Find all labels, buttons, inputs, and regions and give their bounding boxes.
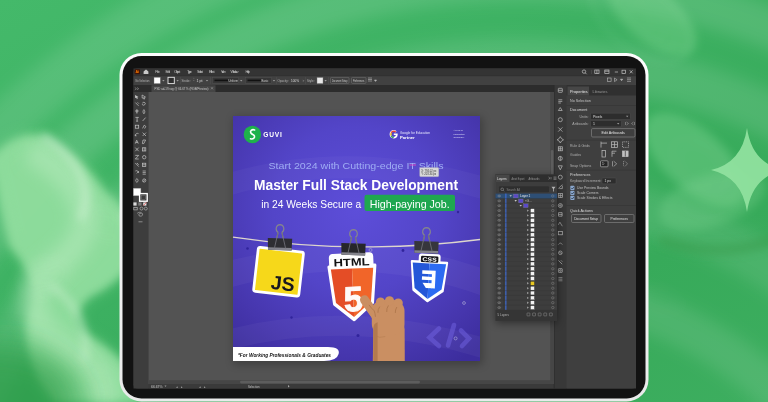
svg-text:Document Setup: Document Setup [332, 79, 348, 83]
svg-text:1 px: 1 px [605, 179, 612, 183]
svg-text:Document Setup: Document Setup [574, 217, 598, 221]
svg-text:Keyboard Increment:: Keyboard Increment: [570, 179, 602, 183]
svg-text:PSD ad-19.svg @ 66.67 % (RGB/P: PSD ad-19.svg @ 66.67 % (RGB/Preview) [155, 87, 209, 91]
svg-text:Select: Select [197, 70, 204, 74]
svg-text:1·: 1· [602, 162, 605, 166]
svg-text:Edit Artboards: Edit Artboards [602, 131, 625, 135]
svg-text:Rule & Grids: Rule & Grids [570, 144, 590, 148]
svg-text:Snap Options: Snap Options [570, 164, 591, 168]
svg-text:1: 1 [593, 122, 595, 126]
svg-text:X: 794.02 px: X: 794.02 px [421, 169, 437, 173]
svg-text:Basic: Basic [262, 79, 270, 83]
svg-text:Layers: Layers [497, 177, 507, 181]
svg-text:Libraries: Libraries [593, 89, 608, 94]
svg-text:Preferences: Preferences [570, 173, 591, 177]
svg-text:in 24 Weeks Secure a: in 24 Weeks Secure a [261, 198, 361, 210]
svg-text:Scale Strokes & Effects: Scale Strokes & Effects [577, 196, 613, 200]
svg-text:Object: Object [174, 70, 181, 74]
svg-text:<G...: <G... [525, 199, 532, 203]
svg-text:Ai: Ai [136, 70, 140, 74]
svg-text:Stroke:: Stroke: [182, 79, 191, 83]
svg-text:Quick Actions: Quick Actions [570, 209, 593, 213]
svg-text:Scale Corners: Scale Corners [577, 191, 599, 195]
svg-text:Artboards: Artboards [529, 177, 540, 181]
svg-text:Master Full Stack Development: Master Full Stack Development [254, 177, 458, 193]
svg-text:1 pt: 1 pt [197, 79, 203, 83]
svg-text:JS: JS [270, 271, 296, 296]
svg-text:Document: Document [570, 108, 588, 112]
svg-text:Partner: Partner [400, 135, 415, 140]
svg-text:GUVI: GUVI [263, 131, 282, 138]
svg-text:CSS: CSS [422, 256, 437, 263]
svg-text:Style:: Style: [307, 79, 315, 83]
svg-text:Company: Company [454, 136, 465, 139]
svg-text:Opacity:: Opacity: [278, 79, 289, 83]
svg-text:>: > [303, 79, 305, 83]
svg-text:Start 2024 with Cutting-edge I: Start 2024 with Cutting-edge IT Skills [269, 160, 444, 171]
svg-text:Window: Window [231, 70, 239, 74]
svg-text:Uniform: Uniform [229, 79, 239, 83]
svg-text:Preferences: Preferences [353, 79, 365, 83]
svg-text:File: File [155, 70, 160, 74]
svg-text:Units:: Units: [580, 115, 589, 119]
svg-text:Selection: Selection [248, 385, 260, 389]
svg-text:5 Layers: 5 Layers [498, 313, 510, 317]
svg-text:Pixels: Pixels [593, 115, 603, 119]
svg-text:Artboards:: Artboards: [572, 122, 588, 126]
svg-text:Type: Type [187, 70, 192, 74]
svg-text:High-paying Job.: High-paying Job. [370, 198, 450, 210]
svg-text:Asset Export: Asset Export [512, 177, 525, 181]
svg-text:Use Preview Bounds: Use Preview Bounds [577, 186, 609, 190]
svg-text:*For Working Professionals & G: *For Working Professionals & Graduates [238, 352, 331, 358]
svg-text:Effect: Effect [209, 70, 216, 74]
svg-text:Help: Help [245, 70, 250, 74]
svg-text:100%: 100% [291, 79, 299, 83]
svg-text:No Selection: No Selection [136, 79, 150, 83]
svg-text:Layer 1: Layer 1 [520, 194, 531, 198]
svg-text:Y: 203.34 px: Y: 203.34 px [421, 172, 437, 176]
svg-text:66.67%: 66.67% [151, 385, 163, 389]
svg-text:View: View [221, 70, 226, 74]
svg-text:HTML: HTML [333, 255, 370, 269]
svg-text:Properties: Properties [570, 89, 588, 94]
svg-text:No Selection: No Selection [570, 99, 591, 103]
svg-text:Search All: Search All [507, 188, 521, 192]
svg-text:Guides: Guides [570, 153, 581, 157]
svg-text:Preferences: Preferences [611, 217, 629, 221]
